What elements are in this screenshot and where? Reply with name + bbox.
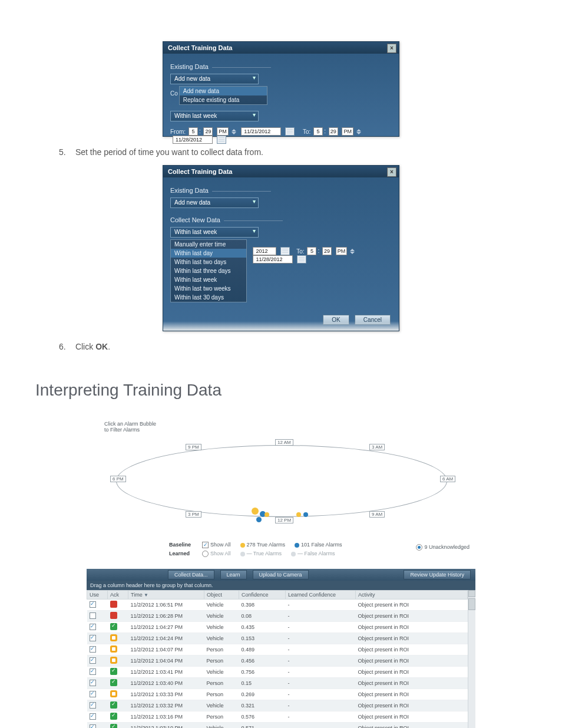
to-minute[interactable]: 29 xyxy=(322,247,332,255)
close-icon[interactable]: × xyxy=(387,167,396,177)
ack-icon[interactable] xyxy=(110,701,117,709)
use-checkbox[interactable] xyxy=(90,601,96,608)
calendar-icon[interactable] xyxy=(285,127,295,136)
table-row[interactable]: 11/2/2012 1:04:27 PMVehicle0.435-Object … xyxy=(87,622,468,633)
to-date[interactable]: 11/28/2012 xyxy=(173,136,213,144)
use-checkbox[interactable] xyxy=(90,680,96,686)
alarm-bubble[interactable] xyxy=(265,512,269,517)
ack-icon[interactable] xyxy=(110,623,117,630)
opt-two-days[interactable]: Within last two days xyxy=(171,258,246,266)
calendar-icon[interactable] xyxy=(280,247,290,255)
close-icon[interactable]: × xyxy=(387,44,396,53)
alarm-bubble[interactable] xyxy=(296,512,301,517)
col-learned-confidence[interactable]: Learned Confidence xyxy=(286,591,356,599)
col-activity[interactable]: Activity xyxy=(356,591,468,599)
table-row[interactable]: 11/2/2012 1:06:28 PMVehicle0.08-Object p… xyxy=(87,611,468,622)
use-checkbox[interactable] xyxy=(90,691,96,697)
alarm-bubble[interactable] xyxy=(252,508,259,515)
to-ampm[interactable]: PM xyxy=(336,247,348,255)
collect-data-button[interactable]: Collect Data... xyxy=(168,570,214,579)
ack-icon[interactable] xyxy=(110,612,117,619)
use-checkbox[interactable] xyxy=(90,702,96,709)
table-row[interactable]: 11/2/2012 1:03:16 PMPerson0.576-Object p… xyxy=(87,711,468,723)
table-row[interactable]: 11/2/2012 1:03:10 PMVehicle0.571-Object … xyxy=(87,723,468,728)
from-date[interactable]: 11/21/2012 xyxy=(241,127,281,136)
opt-last-day[interactable]: Within last day xyxy=(171,249,246,258)
upload-button[interactable]: Upload to Camera xyxy=(253,570,309,579)
ack-icon[interactable] xyxy=(110,657,117,664)
col-confidence[interactable]: Confidence xyxy=(239,591,286,599)
cell-object: Person xyxy=(204,655,239,667)
existing-data-combo[interactable]: Add new data xyxy=(170,74,259,84)
period-combo[interactable]: Within last week xyxy=(170,227,259,238)
use-checkbox[interactable] xyxy=(90,646,96,653)
cell-object: Vehicle xyxy=(204,700,239,711)
review-history-button[interactable]: Review Update History xyxy=(404,570,471,579)
from-minute[interactable]: 29 xyxy=(203,127,213,136)
ack-icon[interactable] xyxy=(110,724,117,728)
to-date[interactable]: 11/28/2012 xyxy=(253,255,293,263)
table-row[interactable]: 11/2/2012 1:03:33 PMPerson0.269-Object p… xyxy=(87,689,468,700)
period-combo[interactable]: Within last week xyxy=(170,111,259,121)
ack-icon[interactable] xyxy=(110,679,117,686)
opt-last-week[interactable]: Within last week xyxy=(171,275,246,284)
cell-activity: Object present in ROI xyxy=(356,611,468,622)
ack-icon[interactable] xyxy=(110,713,117,720)
opt-30-days[interactable]: Within last 30 days xyxy=(171,293,246,302)
col-object[interactable]: Object xyxy=(204,591,239,599)
ack-icon[interactable] xyxy=(110,634,117,641)
use-checkbox[interactable] xyxy=(90,612,96,619)
col-time[interactable]: Time xyxy=(128,591,204,599)
stepper-icon[interactable] xyxy=(232,129,237,134)
table-row[interactable]: 11/2/2012 1:03:41 PMVehicle0.756-Object … xyxy=(87,667,468,678)
scrollbar[interactable] xyxy=(468,590,475,728)
combo-value: Within last week xyxy=(174,113,217,119)
alarm-bubble[interactable] xyxy=(256,517,262,522)
table-row[interactable]: 11/2/2012 1:04:04 PMPerson0.456-Object p… xyxy=(87,655,468,667)
use-checkbox[interactable] xyxy=(90,624,96,630)
alarm-bubble[interactable] xyxy=(303,512,308,517)
table-row[interactable]: 11/2/2012 1:06:51 PMVehicle0.398-Object … xyxy=(87,599,468,611)
ack-icon[interactable] xyxy=(110,645,117,653)
stepper-icon[interactable] xyxy=(356,129,362,134)
table-row[interactable]: 11/2/2012 1:04:24 PMVehicle0.153-Object … xyxy=(87,633,468,644)
use-checkbox[interactable] xyxy=(90,713,96,720)
use-checkbox[interactable] xyxy=(90,668,96,675)
calendar-icon[interactable] xyxy=(297,255,306,263)
ack-icon[interactable] xyxy=(110,690,117,697)
ack-icon[interactable] xyxy=(110,601,117,608)
use-checkbox[interactable] xyxy=(90,657,96,664)
time-label-12am: 12 AM xyxy=(275,439,293,446)
period-menu[interactable]: Manually enter time Within last day With… xyxy=(170,239,247,302)
radio-show-all[interactable] xyxy=(202,551,209,557)
learn-button[interactable]: Learn xyxy=(220,570,247,579)
opt-two-weeks[interactable]: Within last two weeks xyxy=(171,284,246,293)
opt-three-days[interactable]: Within last three days xyxy=(171,266,246,275)
cell-activity: Object present in ROI xyxy=(356,655,468,667)
from-hour[interactable]: 5 xyxy=(189,127,198,136)
use-checkbox[interactable] xyxy=(90,635,96,641)
col-use[interactable]: Use xyxy=(87,591,108,599)
opt-manually[interactable]: Manually enter time xyxy=(171,240,246,249)
existing-data-menu[interactable]: Add new data Replace existing data xyxy=(179,86,267,105)
table-row[interactable]: 11/2/2012 1:03:32 PMVehicle0.321-Object … xyxy=(87,700,468,711)
ack-icon[interactable] xyxy=(110,668,117,675)
use-checkbox[interactable] xyxy=(90,724,96,728)
from-ampm[interactable]: PM xyxy=(217,127,229,136)
option-replace[interactable]: Replace existing data xyxy=(180,95,267,104)
option-add-new[interactable]: Add new data xyxy=(180,87,267,95)
from-date[interactable]: 2012 xyxy=(253,247,276,255)
checkbox-show-all[interactable] xyxy=(202,542,209,548)
to-ampm[interactable]: PM xyxy=(342,127,353,136)
group-by-hint[interactable]: Drag a column header here to group by th… xyxy=(87,581,475,590)
col-ack[interactable]: Ack xyxy=(108,591,128,599)
table-row[interactable]: 11/2/2012 1:04:07 PMPerson0.489-Object p… xyxy=(87,644,468,655)
calendar-icon[interactable] xyxy=(217,136,226,144)
radio-unack-icon xyxy=(416,544,422,551)
table-row[interactable]: 11/2/2012 1:03:40 PMPerson0.15-Object pr… xyxy=(87,678,468,689)
to-hour[interactable]: 5 xyxy=(307,247,316,255)
to-hour[interactable]: 5 xyxy=(313,127,323,136)
to-minute[interactable]: 29 xyxy=(329,127,338,136)
existing-data-combo[interactable]: Add new data xyxy=(170,197,259,208)
stepper-icon[interactable] xyxy=(350,249,356,254)
